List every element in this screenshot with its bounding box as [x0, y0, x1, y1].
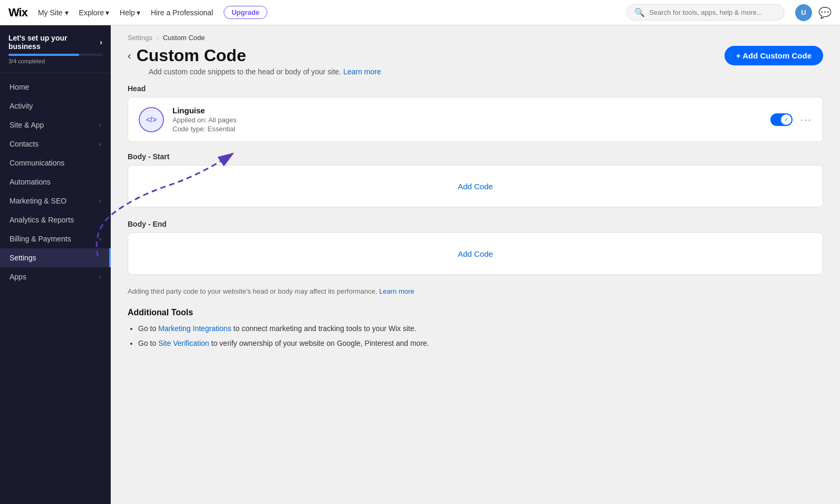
progress-fill	[8, 54, 79, 56]
site-app-chevron-icon: ›	[99, 122, 101, 128]
body-end-card: Add Code	[128, 232, 823, 275]
sidebar-item-activity[interactable]: Activity	[0, 96, 111, 115]
hire-link[interactable]: Hire a Professional	[151, 8, 213, 17]
main-content: Settings › Custom Code ‹ Custom Code Add…	[111, 25, 840, 504]
additional-tools-list: Go to Marketing Integrations to connect …	[128, 323, 823, 350]
billing-chevron-icon: ›	[99, 236, 101, 242]
body-start-add-code-button[interactable]: Add Code	[458, 182, 493, 191]
upgrade-button[interactable]: Upgrade	[224, 6, 267, 19]
site-verification-link[interactable]: Site Verification	[158, 339, 209, 347]
body-start-label: Body - Start	[128, 152, 823, 161]
sidebar-item-marketing-seo[interactable]: Marketing & SEO ›	[0, 191, 111, 210]
body-end-add-code-button[interactable]: Add Code	[458, 249, 493, 258]
breadcrumb-current: Custom Code	[163, 34, 205, 42]
linguise-name: Linguise	[172, 106, 762, 115]
sidebar-item-apps[interactable]: Apps ›	[0, 267, 111, 286]
breadcrumb-separator: ›	[157, 34, 159, 42]
page-title: Custom Code	[137, 46, 246, 65]
breadcrumb-parent[interactable]: Settings	[128, 34, 152, 42]
additional-tools-item-1: Go to Site Verification to verify owners…	[138, 337, 823, 349]
sidebar-item-automations[interactable]: Automations	[0, 172, 111, 191]
body-end-section: Body - End Add Code	[128, 220, 823, 275]
head-section-label: Head	[128, 84, 823, 93]
body-end-label: Body - End	[128, 220, 823, 228]
marketing-chevron-icon: ›	[99, 198, 101, 204]
contacts-chevron-icon: ›	[99, 141, 101, 147]
apps-chevron-icon: ›	[99, 274, 101, 280]
page-header: ‹ Custom Code Add custom code snippets t…	[111, 46, 840, 84]
sidebar-item-settings[interactable]: Settings	[0, 248, 111, 267]
app-body: Let's set up your business › 3/4 complet…	[0, 25, 840, 504]
sidebar-item-communications[interactable]: Communications	[0, 153, 111, 172]
explore-link[interactable]: Explore ▾	[79, 8, 109, 17]
progress-bar	[8, 54, 102, 56]
linguise-applied: Applied on: All pages	[172, 116, 762, 124]
linguise-icon: </>	[139, 107, 164, 132]
explore-chevron-icon: ▾	[105, 8, 109, 17]
linguise-more-button[interactable]: ···	[800, 113, 812, 125]
topnav: Wix My Site ▾ Explore ▾ Help ▾ Hire a Pr…	[0, 0, 840, 25]
help-link[interactable]: Help ▾	[120, 8, 140, 17]
topnav-links: Explore ▾ Help ▾ Hire a Professional Upg…	[79, 6, 616, 19]
footer-note: Adding third party code to your website'…	[128, 287, 823, 295]
search-icon: 🔍	[634, 7, 645, 17]
sidebar-item-billing[interactable]: Billing & Payments ›	[0, 229, 111, 248]
head-code-card: </> Linguise Applied on: All pages Code …	[128, 97, 823, 142]
sidebar-item-contacts[interactable]: Contacts ›	[0, 134, 111, 153]
body-start-section: Body - Start Add Code	[128, 152, 823, 207]
breadcrumb: Settings › Custom Code	[111, 25, 840, 46]
linguise-code-type: Code type: Essential	[172, 125, 762, 133]
add-custom-code-button[interactable]: + Add Custom Code	[725, 46, 823, 65]
learn-more-link[interactable]: Learn more	[343, 67, 381, 76]
linguise-toggle[interactable]: ✓	[770, 113, 793, 126]
sidebar-item-site-app[interactable]: Site & App ›	[0, 115, 111, 134]
help-chevron-icon: ▾	[137, 8, 140, 17]
setup-title: Let's set up your business ›	[8, 34, 102, 51]
page-title-area: ‹ Custom Code Add custom code snippets t…	[128, 46, 381, 76]
head-section: Head </> Linguise Applied on: All pages …	[128, 84, 823, 142]
additional-tools: Additional Tools Go to Marketing Integra…	[128, 304, 823, 357]
logo-area: Wix	[8, 6, 27, 20]
site-name-label: My Site	[38, 8, 63, 17]
page-subtitle: Add custom code snippets to the head or …	[128, 67, 381, 76]
linguise-item: </> Linguise Applied on: All pages Code …	[128, 98, 823, 141]
toggle-knob: ✓	[781, 114, 791, 125]
linguise-actions: ✓ ···	[770, 113, 812, 126]
marketing-integrations-link[interactable]: Marketing Integrations	[158, 324, 231, 333]
sidebar-item-home[interactable]: Home	[0, 77, 111, 96]
site-selector[interactable]: My Site ▾	[38, 8, 69, 17]
sidebar-item-analytics[interactable]: Analytics & Reports	[0, 210, 111, 229]
back-button[interactable]: ‹	[128, 50, 131, 62]
avatar[interactable]: U	[795, 4, 812, 21]
sidebar: Let's set up your business › 3/4 complet…	[0, 25, 111, 504]
setup-chevron-icon: ›	[100, 38, 102, 46]
search-input[interactable]	[649, 8, 777, 16]
wix-logo: Wix	[8, 6, 27, 20]
linguise-info: Linguise Applied on: All pages Code type…	[172, 106, 762, 133]
chat-icon[interactable]: 💬	[818, 6, 832, 19]
search-bar[interactable]: 🔍	[626, 4, 785, 21]
footer-learn-more-link[interactable]: Learn more	[379, 287, 414, 295]
content-area: Head </> Linguise Applied on: All pages …	[111, 84, 840, 374]
sidebar-nav: Home Activity Site & App › Contacts › Co…	[0, 73, 111, 504]
progress-text: 3/4 completed	[8, 58, 102, 64]
additional-tools-item-0: Go to Marketing Integrations to connect …	[138, 323, 823, 334]
topnav-right: U 💬	[795, 4, 832, 21]
site-chevron-icon: ▾	[65, 8, 69, 17]
additional-tools-title: Additional Tools	[128, 308, 823, 317]
sidebar-setup: Let's set up your business › 3/4 complet…	[0, 25, 111, 73]
body-start-card: Add Code	[128, 165, 823, 207]
